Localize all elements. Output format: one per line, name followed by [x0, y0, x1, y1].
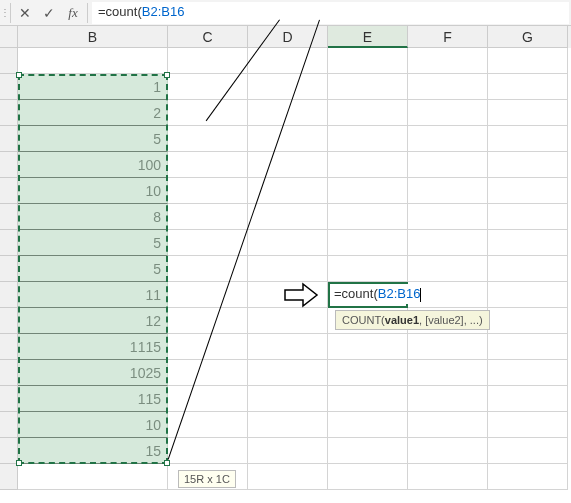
cell-D2[interactable]	[248, 74, 328, 100]
cell-D3[interactable]	[248, 100, 328, 126]
cell-G15[interactable]	[488, 412, 568, 438]
cell-E7[interactable]	[328, 204, 408, 230]
cell-C10[interactable]	[168, 282, 248, 308]
cell-B5[interactable]: 100	[18, 152, 168, 178]
cell-F1[interactable]	[408, 48, 488, 74]
cell-C3[interactable]	[168, 100, 248, 126]
cell-G5[interactable]	[488, 152, 568, 178]
cell-G4[interactable]	[488, 126, 568, 152]
cell-C4[interactable]	[168, 126, 248, 152]
cell-D16[interactable]	[248, 438, 328, 464]
cell-D5[interactable]	[248, 152, 328, 178]
cell-F13[interactable]	[408, 360, 488, 386]
cell-D1[interactable]	[248, 48, 328, 74]
cell-C16[interactable]	[168, 438, 248, 464]
cell-E16[interactable]	[328, 438, 408, 464]
cell-C13[interactable]	[168, 360, 248, 386]
cell-G13[interactable]	[488, 360, 568, 386]
cell-F17[interactable]	[408, 464, 488, 490]
cell-C8[interactable]	[168, 230, 248, 256]
cell-F6[interactable]	[408, 178, 488, 204]
confirm-button[interactable]: ✓	[37, 1, 61, 25]
cell-C11[interactable]	[168, 308, 248, 334]
cell-G10[interactable]	[488, 282, 568, 308]
cell-F3[interactable]	[408, 100, 488, 126]
column-header-G[interactable]: G	[488, 26, 568, 48]
cell-E6[interactable]	[328, 178, 408, 204]
cell-G17[interactable]	[488, 464, 568, 490]
cell-C5[interactable]	[168, 152, 248, 178]
cell-E13[interactable]	[328, 360, 408, 386]
cell-B1[interactable]	[18, 48, 168, 74]
cell-F8[interactable]	[408, 230, 488, 256]
cell-B17[interactable]	[18, 464, 168, 490]
formula-input[interactable]: =count(B2:B16	[92, 2, 569, 24]
cell-B6[interactable]: 10	[18, 178, 168, 204]
cell-G8[interactable]	[488, 230, 568, 256]
cell-formula-display[interactable]: =count(B2:B16	[330, 284, 440, 304]
cell-G12[interactable]	[488, 334, 568, 360]
cell-D8[interactable]	[248, 230, 328, 256]
cell-G7[interactable]	[488, 204, 568, 230]
column-header-B[interactable]: B	[18, 26, 168, 48]
cell-G2[interactable]	[488, 74, 568, 100]
cell-D12[interactable]	[248, 334, 328, 360]
cell-G11[interactable]	[488, 308, 568, 334]
cell-E12[interactable]	[328, 334, 408, 360]
cell-F14[interactable]	[408, 386, 488, 412]
cell-E8[interactable]	[328, 230, 408, 256]
cell-E1[interactable]	[328, 48, 408, 74]
cell-C12[interactable]	[168, 334, 248, 360]
cell-D14[interactable]	[248, 386, 328, 412]
cell-G1[interactable]	[488, 48, 568, 74]
insert-function-button[interactable]: fx	[61, 1, 85, 25]
cell-F15[interactable]	[408, 412, 488, 438]
cancel-button[interactable]: ✕	[13, 1, 37, 25]
cell-G9[interactable]	[488, 256, 568, 282]
cell-B7[interactable]: 8	[18, 204, 168, 230]
cell-G3[interactable]	[488, 100, 568, 126]
cell-B11[interactable]: 12	[18, 308, 168, 334]
column-header-C[interactable]: C	[168, 26, 248, 48]
cell-G16[interactable]	[488, 438, 568, 464]
cell-D17[interactable]	[248, 464, 328, 490]
cell-F12[interactable]	[408, 334, 488, 360]
cell-C1[interactable]	[168, 48, 248, 74]
cell-G6[interactable]	[488, 178, 568, 204]
cell-C14[interactable]	[168, 386, 248, 412]
cell-B10[interactable]: 11	[18, 282, 168, 308]
cell-B13[interactable]: 1025	[18, 360, 168, 386]
cell-E14[interactable]	[328, 386, 408, 412]
cell-C7[interactable]	[168, 204, 248, 230]
cell-C6[interactable]	[168, 178, 248, 204]
cell-F4[interactable]	[408, 126, 488, 152]
cell-E2[interactable]	[328, 74, 408, 100]
cell-F16[interactable]	[408, 438, 488, 464]
cell-B2[interactable]: 1	[18, 74, 168, 100]
cell-D4[interactable]	[248, 126, 328, 152]
cell-E9[interactable]	[328, 256, 408, 282]
cell-B15[interactable]: 10	[18, 412, 168, 438]
cell-B9[interactable]: 5	[18, 256, 168, 282]
cell-F5[interactable]	[408, 152, 488, 178]
cell-F9[interactable]	[408, 256, 488, 282]
cell-B3[interactable]: 2	[18, 100, 168, 126]
column-header-F[interactable]: F	[408, 26, 488, 48]
cell-E5[interactable]	[328, 152, 408, 178]
cell-G14[interactable]	[488, 386, 568, 412]
cell-D13[interactable]	[248, 360, 328, 386]
cell-F2[interactable]	[408, 74, 488, 100]
cell-B12[interactable]: 1115	[18, 334, 168, 360]
column-header-E[interactable]: E	[328, 26, 408, 48]
cell-E15[interactable]	[328, 412, 408, 438]
cell-D15[interactable]	[248, 412, 328, 438]
cell-E4[interactable]	[328, 126, 408, 152]
cell-D9[interactable]	[248, 256, 328, 282]
cell-B14[interactable]: 115	[18, 386, 168, 412]
cell-B8[interactable]: 5	[18, 230, 168, 256]
cell-E17[interactable]	[328, 464, 408, 490]
cell-E3[interactable]	[328, 100, 408, 126]
cell-B16[interactable]: 15	[18, 438, 168, 464]
cell-D11[interactable]	[248, 308, 328, 334]
cell-F7[interactable]	[408, 204, 488, 230]
